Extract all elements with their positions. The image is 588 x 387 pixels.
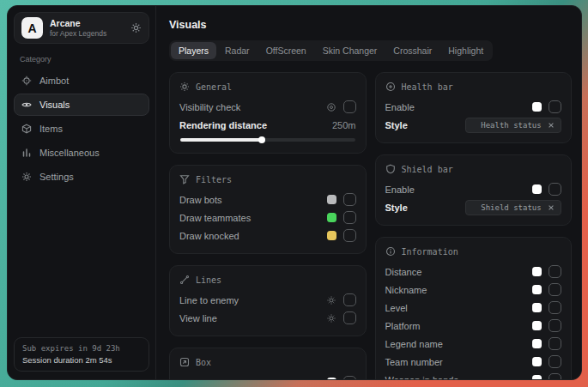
setting-row-rendering-distance: Rendering distance 250m	[179, 116, 356, 134]
setting-row-platform: Platform	[385, 317, 562, 335]
setting-row-draw-knocked: Draw knocked	[179, 227, 356, 245]
app-window: A Arcane for Apex Legends Category Aimbo…	[7, 5, 582, 380]
section-title: Box	[196, 358, 211, 367]
color-swatch[interactable]	[532, 321, 542, 330]
tab-offscreen[interactable]: OffScreen	[258, 42, 314, 59]
color-swatch[interactable]	[532, 285, 542, 294]
funnel-icon	[179, 174, 190, 184]
setting-label: Draw knocked	[179, 231, 327, 241]
setting-row-team-number: Team number	[385, 353, 562, 371]
category-label: Category	[20, 55, 149, 63]
color-swatch[interactable]	[532, 357, 542, 366]
shield-style-select[interactable]: Shield status	[465, 200, 561, 215]
nickname-checkbox[interactable]	[549, 283, 561, 296]
setting-label: Style	[385, 203, 466, 213]
tab-skin-changer[interactable]: Skin Changer	[315, 42, 385, 59]
eye-icon	[21, 100, 32, 110]
platform-checkbox[interactable]	[549, 319, 561, 332]
color-swatch[interactable]	[327, 231, 336, 240]
app-subtitle: for Apex Legends	[50, 29, 106, 39]
tab-bar: Players Radar OffScreen Skin Changer Cro…	[169, 40, 493, 61]
sidebar-item-aimbot[interactable]: Aimbot	[14, 70, 149, 92]
color-swatch[interactable]	[327, 213, 336, 222]
draw-knocked-checkbox[interactable]	[343, 229, 356, 242]
box-enable-checkbox[interactable]	[343, 376, 356, 379]
logo-card: A Arcane for Apex Legends	[14, 12, 149, 44]
selected-option: Health status	[478, 121, 544, 130]
setting-label: Visibility check	[179, 102, 326, 112]
distance-checkbox[interactable]	[549, 265, 561, 278]
box-icon	[179, 357, 190, 367]
color-swatch[interactable]	[327, 195, 336, 204]
visibility-check-checkbox[interactable]	[343, 100, 356, 113]
sidebar-item-items[interactable]: Items	[14, 118, 149, 140]
color-swatch[interactable]	[532, 339, 542, 348]
health-enable-checkbox[interactable]	[549, 100, 561, 113]
setting-label: Draw teammates	[179, 213, 327, 223]
setting-label: Platform	[385, 321, 533, 331]
gear-icon[interactable]	[130, 22, 142, 33]
sidebar-item-settings[interactable]: Settings	[14, 166, 149, 188]
gear-icon[interactable]	[326, 313, 336, 324]
shield-enable-checkbox[interactable]	[549, 183, 561, 196]
view-line-checkbox[interactable]	[343, 311, 356, 324]
color-swatch[interactable]	[532, 375, 542, 379]
team-number-checkbox[interactable]	[549, 355, 561, 368]
setting-row-draw-teammates: Draw teammates	[179, 209, 356, 227]
page-title: Visuals	[169, 19, 572, 31]
setting-row-line-to-enemy: Line to enemy	[179, 291, 356, 309]
setting-row-health-style: Style Health status	[385, 116, 562, 134]
color-swatch[interactable]	[532, 267, 542, 276]
section-title: Health bar	[402, 82, 453, 92]
tab-players[interactable]: Players	[171, 42, 216, 59]
close-icon[interactable]	[548, 122, 555, 129]
eye-circle-icon[interactable]	[326, 102, 336, 112]
color-swatch[interactable]	[327, 378, 336, 379]
tab-highlight[interactable]: Highlight	[440, 42, 491, 59]
section-title: General	[196, 82, 232, 92]
setting-row-weapon-in-hands: Weapon in hands	[385, 371, 562, 379]
close-icon[interactable]	[548, 204, 555, 211]
color-swatch[interactable]	[532, 303, 542, 312]
weapon-in-hands-checkbox[interactable]	[549, 373, 561, 379]
color-swatch[interactable]	[532, 102, 542, 112]
setting-label: Style	[385, 120, 466, 130]
card-health-bar: Health bar Enable Style Health status	[375, 72, 573, 143]
rendering-distance-slider[interactable]	[180, 138, 355, 142]
sidebar-item-miscellaneous[interactable]: Miscellaneous	[14, 142, 149, 164]
setting-row-view-line: View line	[179, 309, 356, 327]
section-title: Shield bar	[402, 165, 453, 174]
setting-row-draw-bots: Draw bots	[179, 190, 356, 209]
section-title: Lines	[196, 275, 221, 285]
setting-row-nickname: Nickname	[385, 281, 562, 299]
setting-row-legend-name: Legend name	[385, 335, 562, 353]
slider-value: 250m	[332, 120, 356, 130]
setting-label: Enable	[385, 184, 533, 195]
draw-teammates-checkbox[interactable]	[343, 211, 356, 224]
setting-row-health-enable: Enable	[385, 98, 562, 116]
app-logo: A	[21, 17, 43, 39]
crosshair-icon	[21, 76, 32, 86]
setting-label: Weapon in hands	[385, 375, 533, 380]
sun-icon	[179, 82, 190, 92]
setting-label: Level	[385, 303, 533, 313]
card-shield-bar: Shield bar Enable Style Shield status	[375, 154, 573, 226]
draw-bots-checkbox[interactable]	[343, 193, 356, 206]
level-checkbox[interactable]	[549, 301, 561, 314]
color-swatch[interactable]	[532, 184, 542, 194]
sidebar: A Arcane for Apex Legends Category Aimbo…	[8, 6, 156, 379]
tab-radar[interactable]: Radar	[217, 42, 258, 59]
slider-handle[interactable]	[258, 136, 265, 143]
tab-crosshair[interactable]: Crosshair	[385, 42, 439, 59]
line-to-enemy-checkbox[interactable]	[343, 293, 356, 306]
setting-row-box-enable: Enable	[179, 373, 356, 379]
session-duration-text: Session duration 2m 54s	[22, 355, 141, 365]
setting-label: Enable	[179, 378, 327, 380]
gear-icon	[21, 172, 32, 182]
sidebar-item-visuals[interactable]: Visuals	[14, 94, 149, 116]
setting-label: Line to enemy	[179, 295, 326, 305]
health-style-select[interactable]: Health status	[465, 118, 561, 133]
setting-label: Enable	[385, 102, 533, 112]
legend-name-checkbox[interactable]	[549, 337, 561, 350]
gear-icon[interactable]	[326, 295, 336, 305]
